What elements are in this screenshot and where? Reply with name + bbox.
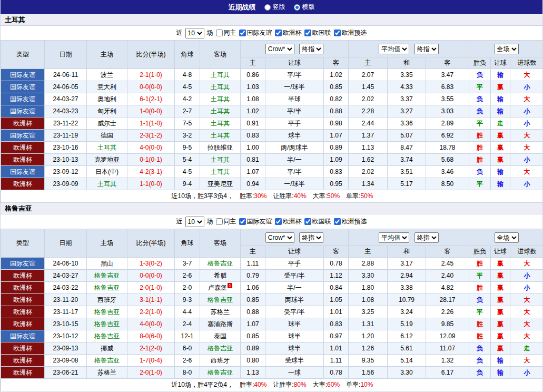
subcol-avg-draw: 和 <box>388 246 426 258</box>
bookmaker-final-select[interactable]: 终指 <box>299 44 323 54</box>
match-date: 23-11-22 <box>45 117 87 130</box>
result-handicap: 赢 <box>491 330 510 342</box>
match-count-select[interactable]: 10 <box>185 217 204 227</box>
average-final-select[interactable]: 终指 <box>414 232 439 243</box>
team-name-georgia: 格鲁吉亚 <box>1 203 542 214</box>
handicap-win-rate: 让胜率:40% <box>273 192 306 200</box>
subcol-odds-home: 主 <box>241 57 265 69</box>
euro-checkbox[interactable] <box>275 218 282 225</box>
home-team-name: 格鲁吉亚 <box>87 270 127 282</box>
away-team-name: 土耳其 <box>200 166 241 178</box>
match-row: 国际友谊24-06-10黑山1-3(0-2)3-7格鲁吉亚1.11平手0.782… <box>1 258 543 270</box>
bookmaker-select[interactable]: Crow* <box>265 44 294 54</box>
avg-draw-odds: 3.36 <box>388 117 426 130</box>
filter-euro-qualifier[interactable]: 欧洲预选 <box>334 28 367 37</box>
match-row: 欧洲杯23-10-15格鲁吉亚4-0(0-0)2-4塞浦路斯1.07球半0.83… <box>1 318 543 330</box>
corner-score: 4-8 <box>175 69 200 81</box>
friendly-checkbox[interactable] <box>239 30 246 36</box>
col-score: 比分(半场) <box>127 41 175 69</box>
home-team-name: 黑山 <box>87 258 127 270</box>
average-final-select[interactable]: 终指 <box>414 44 439 54</box>
match-type-cell: 国际友谊 <box>1 166 45 178</box>
home-team-name: 挪威 <box>87 342 127 355</box>
col-away: 客场 <box>200 229 241 258</box>
average-select[interactable]: 平均值 <box>379 232 409 243</box>
match-score: 1-1(1-0) <box>127 117 175 130</box>
euro-qualifier-checkbox[interactable] <box>334 218 341 225</box>
crown-away-odds: 0.83 <box>324 166 349 178</box>
same-home-checkbox[interactable] <box>216 218 223 225</box>
match-date: 23-10-12 <box>45 330 87 342</box>
average-select[interactable]: 平均值 <box>379 44 409 54</box>
match-date: 24-03-23 <box>45 105 87 117</box>
match-type-cell: 欧洲杯 <box>1 355 45 367</box>
scope-select[interactable]: 全场 <box>495 232 519 243</box>
nations-league-checkbox[interactable] <box>304 30 311 36</box>
radio-label-vertical: 竖版 <box>273 3 285 12</box>
scope-select[interactable]: 全场 <box>495 44 519 54</box>
crown-home-odds: 1.07 <box>241 318 265 330</box>
friendly-checkbox[interactable] <box>239 218 246 225</box>
match-type-cell: 欧洲杯 <box>1 282 45 294</box>
match-score: 0-1(0-1) <box>127 154 175 166</box>
filter-friendly[interactable]: 国际友谊 <box>239 217 272 226</box>
avg-away-odds: 2.89 <box>426 117 469 130</box>
avg-draw-odds: 3.38 <box>388 282 426 294</box>
avg-away-odds: 4.82 <box>426 282 469 294</box>
layout-radio-vertical[interactable]: 竖版 <box>264 3 285 12</box>
filter-euro-qualifier[interactable]: 欧洲预选 <box>334 217 367 226</box>
result-outcome: 平 <box>469 306 491 318</box>
home-team-name: 德国 <box>87 130 127 142</box>
crown-handicap-line: 平/半 <box>265 166 324 178</box>
result-handicap: 赢 <box>491 258 510 270</box>
crown-handicap-line: 半球 <box>265 93 324 105</box>
results-table-georgia: 类型 日期 主场 比分(半场) 角球 客场 Crow* 终指 平均值 终指 <box>1 229 543 391</box>
bookmaker-select[interactable]: Crow* <box>265 232 294 243</box>
corner-score: 2-7 <box>175 105 200 117</box>
filter-friendly[interactable]: 国际友谊 <box>239 28 272 37</box>
match-score: 4-0(0-0) <box>127 318 175 330</box>
away-team-name: 格鲁吉亚 <box>200 294 241 306</box>
home-team-name: 奥地利 <box>87 93 127 105</box>
avg-away-odds: 6.92 <box>426 130 469 142</box>
avg-away-odds: 12.09 <box>426 330 469 342</box>
corner-score: 2-6 <box>175 270 200 282</box>
avg-home-odds: 1.80 <box>349 282 388 294</box>
crown-home-odds: 0.88 <box>241 306 265 318</box>
avg-draw-odds: 10.79 <box>388 294 426 306</box>
away-team-name: 格鲁吉亚 <box>200 342 241 355</box>
euro-qualifier-checkbox[interactable] <box>334 30 341 36</box>
filter-euro[interactable]: 欧洲杯 <box>275 28 302 37</box>
match-type-cell: 国际友谊 <box>1 130 45 142</box>
match-type-cell: 国际友谊 <box>1 105 45 117</box>
subcol-handicap-result: 让球 <box>491 57 510 69</box>
filter-nations-league[interactable]: 欧国联 <box>304 28 331 37</box>
result-handicap: 赢 <box>491 282 510 294</box>
avg-draw-odds: 3.30 <box>388 367 426 379</box>
euro-checkbox[interactable] <box>275 30 282 36</box>
subcol-result: 胜负 <box>469 246 491 258</box>
result-goals: 大 <box>510 93 543 105</box>
result-goals: 大 <box>510 318 543 330</box>
corner-score: 2-4 <box>175 318 200 330</box>
away-team-name: 土耳其 <box>200 130 241 142</box>
crown-home-odds: 1.13 <box>241 367 265 379</box>
filter-nations-league[interactable]: 欧国联 <box>304 217 331 226</box>
filter-euro[interactable]: 欧洲杯 <box>275 217 302 226</box>
nations-league-checkbox[interactable] <box>304 218 311 225</box>
result-outcome: 胜 <box>469 130 491 142</box>
layout-radio-horizontal[interactable]: 横版 <box>294 3 315 12</box>
avg-draw-odds: 3.27 <box>388 105 426 117</box>
avg-home-odds: 1.13 <box>349 142 388 154</box>
match-count-select[interactable]: 10 <box>185 28 204 38</box>
same-home-checkbox[interactable] <box>216 30 223 36</box>
result-outcome: 胜 <box>469 258 491 270</box>
filter-same-home[interactable]: 同主 <box>216 217 236 226</box>
home-team-name: 苏格兰 <box>87 367 127 379</box>
corner-score: 3-7 <box>175 258 200 270</box>
filter-same-home[interactable]: 同主 <box>216 28 236 37</box>
match-date: 23-09-13 <box>45 342 87 355</box>
avg-home-odds: 1.26 <box>349 342 388 355</box>
subcol-odds-away: 客 <box>324 246 349 258</box>
bookmaker-final-select[interactable]: 终指 <box>299 232 323 243</box>
